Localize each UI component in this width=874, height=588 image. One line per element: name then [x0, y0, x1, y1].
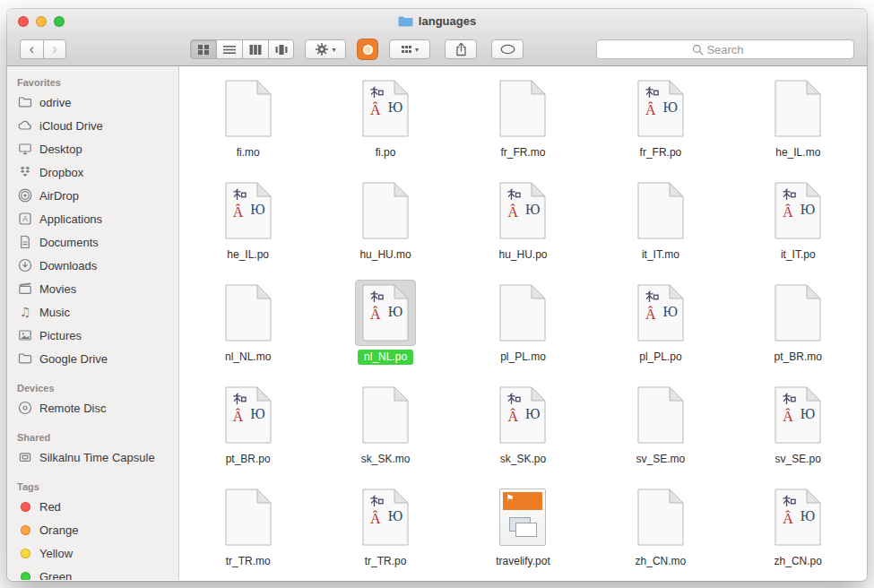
po-characters: Â Ю: [362, 80, 409, 137]
file-item[interactable]: Â Ю ⚑ hu_HU.po: [454, 170, 592, 272]
time-capsule-icon: [17, 450, 33, 464]
file-item[interactable]: Â Ю ⚑ sk_SK.mo: [316, 375, 454, 477]
file-item[interactable]: Â Ю ⚑ pt_BR.mo: [730, 272, 867, 375]
file-item[interactable]: Â Ю ⚑ fr_FR.mo: [454, 68, 592, 170]
sidebar-item-music[interactable]: ♫ Music: [7, 300, 178, 324]
share-button[interactable]: [445, 39, 477, 59]
file-item[interactable]: Â Ю ⚑ it_IT.po: [730, 170, 867, 272]
sidebar-item-applications[interactable]: A Applications: [7, 207, 178, 230]
file-item[interactable]: Â Ю ⚑ fi.po: [316, 68, 454, 170]
document-artwork: Â Ю ⚑: [225, 386, 272, 444]
file-item[interactable]: Â Ю ⚑ fi.mo: [179, 68, 316, 170]
po-characters: Â Ю: [225, 386, 272, 444]
sidebar-item-desktop[interactable]: Desktop: [7, 137, 178, 160]
sidebar-item-movies[interactable]: Movies: [7, 277, 178, 300]
column-view-button[interactable]: [242, 39, 268, 59]
file-icon: Â Ю ⚑: [630, 75, 691, 142]
file-item[interactable]: Â Ю ⚑ zh_CN.mo: [592, 477, 729, 579]
file-name: nl_NL.mo: [219, 350, 277, 365]
latin-character: Â: [233, 409, 244, 425]
toolbar: ‹ › ▾: [7, 32, 867, 66]
download-icon: [17, 258, 33, 272]
search-input[interactable]: [597, 40, 853, 58]
document-artwork: Â Ю ⚑: [362, 489, 409, 546]
document-artwork: Â Ю ⚑: [774, 182, 821, 239]
back-button[interactable]: ‹: [20, 39, 43, 59]
file-item[interactable]: Â Ю ⚑ pt_BR.po: [179, 375, 316, 477]
cyrillic-character: Ю: [662, 304, 677, 320]
file-item[interactable]: Â Ю ⚑ it_IT.mo: [592, 170, 729, 272]
file-icon: Â Ю ⚑: [492, 75, 553, 142]
sidebar-item-label: iCloud Drive: [39, 119, 103, 133]
sidebar-item-downloads[interactable]: Downloads: [7, 254, 178, 277]
latin-character: Â: [783, 511, 793, 527]
forward-button[interactable]: ›: [43, 39, 66, 59]
file-item[interactable]: Â Ю ⚑ he_IL.po: [179, 170, 316, 272]
file-icon: Â Ю ⚑: [630, 177, 691, 244]
file-item[interactable]: Â Ю ⚑ sk_SK.po: [454, 375, 592, 477]
orange-app-button[interactable]: [357, 39, 378, 60]
zoom-button[interactable]: [54, 16, 65, 27]
latin-character: Â: [507, 204, 518, 220]
file-item[interactable]: Â Ю ⚑ fr_FR.po: [592, 68, 729, 170]
sidebar-item-odrive[interactable]: odrive: [7, 91, 178, 114]
forward-chevron-icon: ›: [52, 41, 56, 57]
arrange-menu-button[interactable]: ▾: [389, 39, 430, 59]
document-artwork: Â Ю ⚑: [225, 80, 272, 137]
cjk-character-icon: [645, 290, 659, 304]
svg-text:A: A: [22, 214, 28, 223]
file-item[interactable]: Â Ю ⚑ sv_SE.po: [730, 375, 867, 477]
blank-document-icon: [637, 489, 684, 546]
tags-button[interactable]: [491, 39, 524, 59]
sidebar-item-label: Pictures: [39, 329, 82, 342]
file-item[interactable]: Â Ю ⚑ travelify.pot: [454, 477, 592, 579]
sidebar-item-tag-orange[interactable]: Orange: [7, 518, 178, 541]
sidebar-item-remote-disc[interactable]: Remote Disc: [7, 396, 178, 419]
sidebar-item-label: Downloads: [39, 259, 97, 272]
blank-document-icon: [362, 386, 409, 444]
sidebar-item-tag-red[interactable]: Red: [7, 495, 178, 518]
sidebar-item-pictures[interactable]: Pictures: [7, 324, 178, 347]
latin-character: Â: [370, 511, 381, 527]
file-icon: Â Ю ⚑: [355, 75, 416, 142]
sidebar-item-documents[interactable]: Documents: [7, 230, 178, 254]
file-item[interactable]: Â Ю ⚑ zh_CN.po: [730, 477, 867, 579]
minimize-button[interactable]: [36, 16, 47, 27]
sidebar-item-tag-green[interactable]: Green: [7, 565, 178, 580]
sidebar-item-dropbox[interactable]: Dropbox: [7, 160, 178, 184]
titlebar[interactable]: languages: [7, 9, 867, 32]
orange-band: ⚑: [503, 492, 542, 510]
file-icon: Â Ю ⚑: [767, 280, 828, 346]
sidebar-item-airdrop[interactable]: AirDrop: [7, 184, 178, 207]
file-item[interactable]: Â Ю ⚑ tr_TR.po: [316, 477, 454, 579]
list-view-button[interactable]: [216, 39, 242, 59]
file-item[interactable]: Â Ю ⚑ pl_PL.mo: [454, 272, 592, 375]
file-item[interactable]: Â Ю ⚑ hu_HU.mo: [316, 170, 454, 272]
cyrillic-character: Ю: [250, 406, 264, 422]
coverflow-view-button[interactable]: [268, 39, 294, 59]
finder-window: languages ‹ ›: [7, 9, 867, 581]
file-icon: Â Ю ⚑: [767, 382, 828, 448]
file-item[interactable]: Â Ю ⚑ nl_NL.po: [316, 272, 454, 375]
file-item[interactable]: Â Ю ⚑ sv_SE.mo: [592, 375, 729, 477]
sidebar-item-google-drive[interactable]: Google Drive: [7, 347, 178, 370]
sidebar-item-tag-yellow[interactable]: Yellow: [7, 541, 178, 565]
file-icon: Â Ю ⚑: [630, 382, 691, 448]
file-item[interactable]: Â Ю ⚑ pl_PL.po: [592, 272, 729, 375]
view-switcher: [190, 39, 294, 59]
file-item[interactable]: Â Ю ⚑ he_IL.mo: [730, 68, 867, 170]
file-item[interactable]: Â Ю ⚑ nl_NL.mo: [179, 272, 316, 375]
action-menu-button[interactable]: ▾: [305, 39, 346, 59]
file-item[interactable]: Â Ю ⚑ tr_TR.mo: [179, 477, 316, 579]
sidebar-item-icloud-drive[interactable]: iCloud Drive: [7, 114, 178, 137]
file-name: pt_BR.mo: [768, 350, 828, 365]
latin-character: Â: [645, 102, 656, 118]
icon-view-button[interactable]: [190, 39, 216, 59]
sidebar-item-time-capsule[interactable]: Silkalnu Time Capsule: [7, 445, 178, 469]
traffic-lights: [18, 16, 65, 27]
blank-document-icon: [499, 284, 546, 342]
gear-icon: [315, 42, 329, 56]
close-button[interactable]: [18, 16, 29, 27]
cjk-character-icon: [783, 188, 796, 202]
disc-icon: [17, 401, 33, 415]
